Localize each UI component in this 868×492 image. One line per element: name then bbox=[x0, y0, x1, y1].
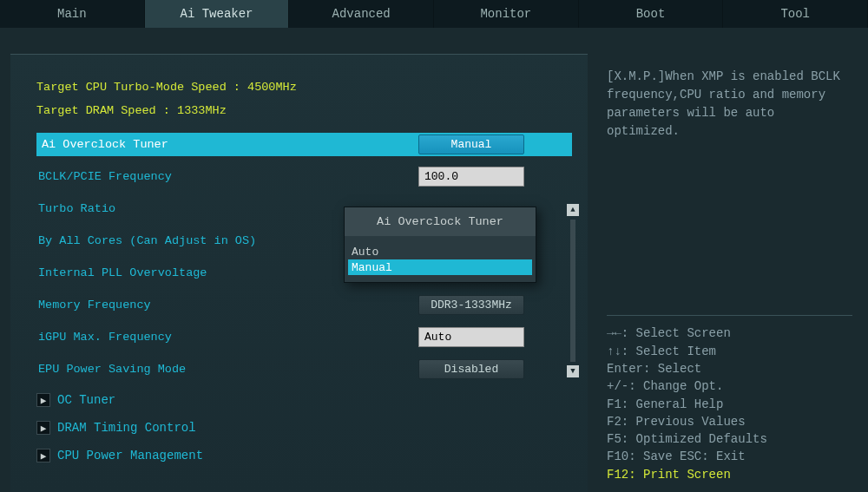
tab-main[interactable]: Main bbox=[0, 0, 145, 28]
chevron-right-icon: ▶ bbox=[36, 449, 50, 462]
dropdown-ai-overclock: Ai Overclock Tuner Auto Manual bbox=[344, 207, 536, 283]
submenu-label: DRAM Timing Control bbox=[57, 421, 196, 435]
submenu-label: OC Tuner bbox=[57, 393, 115, 407]
dropdown-option-manual[interactable]: Manual bbox=[348, 259, 532, 275]
key-hint: →←: Select Screen bbox=[607, 325, 852, 342]
key-hint: Enter: Select bbox=[607, 360, 852, 377]
help-panel: [X.M.P.]When XMP is enabled BCLK frequen… bbox=[588, 54, 868, 492]
scrollbar[interactable]: ▲ ▼ bbox=[567, 204, 579, 377]
target-cpu-info: Target CPU Turbo-Mode Speed : 4500MHz bbox=[36, 81, 572, 94]
setting-value[interactable]: Manual bbox=[418, 134, 524, 154]
setting-bclk[interactable]: BCLK/PCIE Frequency 100.0 bbox=[36, 165, 572, 188]
submenu-cpu-power[interactable]: ▶ CPU Power Management bbox=[36, 445, 572, 466]
setting-memory-frequency[interactable]: Memory Frequency DDR3-1333MHz bbox=[36, 293, 572, 317]
key-hint-highlight: F12: Print Screen bbox=[607, 466, 852, 483]
setting-ai-overclock[interactable]: Ai Overclock Tuner Manual bbox=[36, 133, 572, 156]
setting-label: iGPU Max. Frequency bbox=[36, 331, 418, 344]
key-hint: F5: Optimized Defaults bbox=[607, 430, 852, 448]
setting-value-input[interactable]: 100.0 bbox=[418, 167, 524, 187]
key-hint: F10: Save ESC: Exit bbox=[607, 448, 852, 465]
chevron-right-icon: ▶ bbox=[36, 421, 50, 435]
help-text: [X.M.P.]When XMP is enabled BCLK frequen… bbox=[607, 68, 852, 141]
key-help: →←: Select Screen ↑↓: Select Item Enter:… bbox=[607, 315, 852, 483]
submenu-dram-timing[interactable]: ▶ DRAM Timing Control bbox=[36, 417, 572, 438]
dropdown-title: Ai Overclock Tuner bbox=[345, 207, 536, 237]
setting-epu[interactable]: EPU Power Saving Mode Disabled bbox=[36, 358, 572, 381]
setting-label: EPU Power Saving Mode bbox=[36, 363, 418, 376]
tab-monitor[interactable]: Monitor bbox=[434, 0, 579, 28]
target-dram-info: Target DRAM Speed : 1333MHz bbox=[36, 104, 572, 117]
key-hint: F1: General Help bbox=[607, 396, 852, 413]
submenu-oc-tuner[interactable]: ▶ OC Tuner bbox=[36, 390, 572, 410]
setting-label: Memory Frequency bbox=[36, 298, 418, 312]
scroll-thumb[interactable] bbox=[570, 220, 575, 362]
settings-panel: Target CPU Turbo-Mode Speed : 4500MHz Ta… bbox=[10, 54, 588, 492]
scroll-down-icon[interactable]: ▼ bbox=[567, 365, 579, 377]
submenu-label: CPU Power Management bbox=[57, 449, 203, 462]
setting-label: Ai Overclock Tuner bbox=[36, 138, 418, 151]
key-hint: +/-: Change Opt. bbox=[607, 377, 852, 395]
dropdown-option-auto[interactable]: Auto bbox=[348, 244, 532, 259]
chevron-right-icon: ▶ bbox=[36, 393, 50, 407]
tab-bar: Main Ai Tweaker Advanced Monitor Boot To… bbox=[0, 0, 868, 28]
setting-value[interactable]: DDR3-1333MHz bbox=[418, 295, 524, 315]
tab-boot[interactable]: Boot bbox=[579, 0, 724, 28]
tab-tool[interactable]: Tool bbox=[723, 0, 868, 28]
scroll-up-icon[interactable]: ▲ bbox=[567, 204, 579, 216]
setting-label: BCLK/PCIE Frequency bbox=[36, 170, 418, 183]
tab-ai-tweaker[interactable]: Ai Tweaker bbox=[145, 0, 290, 28]
setting-igpu[interactable]: iGPU Max. Frequency Auto bbox=[36, 325, 572, 349]
key-hint: F2: Previous Values bbox=[607, 413, 852, 430]
setting-value-input[interactable]: Auto bbox=[418, 327, 524, 347]
setting-value[interactable]: Disabled bbox=[418, 359, 524, 379]
tab-advanced[interactable]: Advanced bbox=[289, 0, 434, 28]
key-hint: ↑↓: Select Item bbox=[607, 343, 852, 360]
